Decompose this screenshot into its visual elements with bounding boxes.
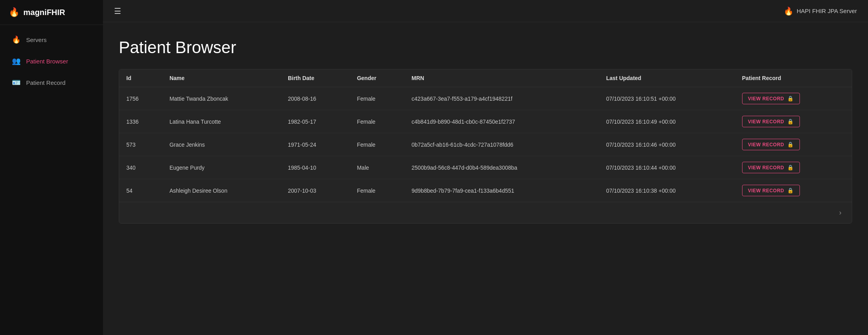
patient-table-container: Id Name Birth Date Gender MRN Last Updat…	[119, 69, 852, 224]
cell-patient-record: VIEW RECORD 🔒	[735, 156, 852, 179]
cell-name: Ashleigh Desiree Olson	[162, 179, 281, 202]
table-row: 573 Grace Jenkins 1971-05-24 Female 0b72…	[119, 133, 852, 156]
table-body: 1756 Mattie Twanda Zboncak 2008-08-16 Fe…	[119, 87, 852, 202]
table-row: 1336 Latina Hana Turcotte 1982-05-17 Fem…	[119, 110, 852, 133]
cell-mrn: 2500b9ad-56c8-447d-d0b4-589dea3008ba	[404, 156, 599, 179]
sidebar-item-patient-record[interactable]: 🪪 Patient Record	[3, 73, 100, 92]
col-name: Name	[162, 69, 281, 87]
app-logo: 🔥 magniFHIR	[0, 0, 103, 25]
topbar: ☰ 🔥 HAPI FHIR JPA Server	[103, 0, 868, 22]
cell-name: Eugene Purdy	[162, 156, 281, 179]
cell-name: Grace Jenkins	[162, 133, 281, 156]
cell-last-updated: 07/10/2023 16:10:44 +00:00	[599, 156, 735, 179]
cell-id: 1336	[119, 110, 162, 133]
col-gender: Gender	[350, 69, 404, 87]
cell-gender: Female	[350, 87, 404, 110]
patient-table: Id Name Birth Date Gender MRN Last Updat…	[119, 69, 852, 202]
lock-icon: 🔒	[787, 96, 794, 101]
patient-browser-icon: 👥	[12, 57, 21, 65]
table-footer: ›	[119, 202, 852, 223]
cell-gender: Female	[350, 110, 404, 133]
server-flame-icon: 🔥	[784, 6, 794, 16]
cell-mrn: c4b841d9-b890-48d1-cb0c-87450e1f2737	[404, 110, 599, 133]
server-label: HAPI FHIR JPA Server	[797, 8, 857, 14]
view-record-button[interactable]: VIEW RECORD 🔒	[742, 162, 800, 173]
patient-record-icon: 🪪	[12, 78, 21, 87]
view-record-button[interactable]: VIEW RECORD 🔒	[742, 185, 800, 196]
col-patient-record: Patient Record	[735, 69, 852, 87]
cell-birth-date: 2008-08-16	[281, 87, 350, 110]
server-info: 🔥 HAPI FHIR JPA Server	[784, 6, 857, 16]
lock-icon: 🔒	[787, 119, 794, 124]
page-title: Patient Browser	[119, 38, 852, 57]
cell-last-updated: 07/10/2023 16:10:49 +00:00	[599, 110, 735, 133]
cell-patient-record: VIEW RECORD 🔒	[735, 133, 852, 156]
table-row: 340 Eugene Purdy 1985-04-10 Male 2500b9a…	[119, 156, 852, 179]
view-record-button[interactable]: VIEW RECORD 🔒	[742, 139, 800, 150]
table-row: 1756 Mattie Twanda Zboncak 2008-08-16 Fe…	[119, 87, 852, 110]
cell-id: 54	[119, 179, 162, 202]
cell-birth-date: 2007-10-03	[281, 179, 350, 202]
sidebar-item-servers-label: Servers	[26, 36, 47, 43]
main-area: ☰ 🔥 HAPI FHIR JPA Server Patient Browser…	[103, 0, 868, 335]
next-page-arrow[interactable]: ›	[836, 207, 845, 218]
cell-id: 340	[119, 156, 162, 179]
sidebar-item-patient-browser[interactable]: 👥 Patient Browser	[3, 51, 100, 71]
cell-mrn: c423a667-3ea7-f553-a179-a4cf1948221f	[404, 87, 599, 110]
sidebar-item-patient-record-label: Patient Record	[26, 79, 65, 86]
cell-gender: Female	[350, 133, 404, 156]
lock-icon: 🔒	[787, 165, 794, 170]
table-row: 54 Ashleigh Desiree Olson 2007-10-03 Fem…	[119, 179, 852, 202]
cell-gender: Female	[350, 179, 404, 202]
sidebar-nav: 🔥 Servers 👥 Patient Browser 🪪 Patient Re…	[0, 25, 103, 93]
cell-birth-date: 1982-05-17	[281, 110, 350, 133]
lock-icon: 🔒	[787, 188, 794, 193]
lock-icon: 🔒	[787, 142, 794, 147]
cell-birth-date: 1971-05-24	[281, 133, 350, 156]
servers-icon: 🔥	[12, 35, 21, 44]
sidebar: 🔥 magniFHIR 🔥 Servers 👥 Patient Browser …	[0, 0, 103, 335]
sidebar-item-servers[interactable]: 🔥 Servers	[3, 30, 100, 50]
col-id: Id	[119, 69, 162, 87]
cell-last-updated: 07/10/2023 16:10:51 +00:00	[599, 87, 735, 110]
cell-last-updated: 07/10/2023 16:10:46 +00:00	[599, 133, 735, 156]
view-record-button[interactable]: VIEW RECORD 🔒	[742, 116, 800, 127]
cell-gender: Male	[350, 156, 404, 179]
content-area: Patient Browser Id Name Birth Date Gende…	[103, 22, 868, 335]
cell-mrn: 9d9b8bed-7b79-7fa9-cea1-f133a6b4d551	[404, 179, 599, 202]
view-record-button[interactable]: VIEW RECORD 🔒	[742, 93, 800, 104]
cell-mrn: 0b72a5cf-ab16-61cb-4cdc-727a1078fdd6	[404, 133, 599, 156]
col-last-updated: Last Updated	[599, 69, 735, 87]
cell-patient-record: VIEW RECORD 🔒	[735, 179, 852, 202]
cell-birth-date: 1985-04-10	[281, 156, 350, 179]
app-title: magniFHIR	[23, 8, 65, 17]
sidebar-item-patient-browser-label: Patient Browser	[26, 58, 68, 65]
col-mrn: MRN	[404, 69, 599, 87]
cell-patient-record: VIEW RECORD 🔒	[735, 110, 852, 133]
logo-icon: 🔥	[9, 7, 19, 17]
cell-id: 573	[119, 133, 162, 156]
cell-id: 1756	[119, 87, 162, 110]
col-birth-date: Birth Date	[281, 69, 350, 87]
cell-last-updated: 07/10/2023 16:10:38 +00:00	[599, 179, 735, 202]
cell-name: Latina Hana Turcotte	[162, 110, 281, 133]
table-header: Id Name Birth Date Gender MRN Last Updat…	[119, 69, 852, 87]
menu-icon[interactable]: ☰	[114, 6, 121, 16]
cell-patient-record: VIEW RECORD 🔒	[735, 87, 852, 110]
cell-name: Mattie Twanda Zboncak	[162, 87, 281, 110]
